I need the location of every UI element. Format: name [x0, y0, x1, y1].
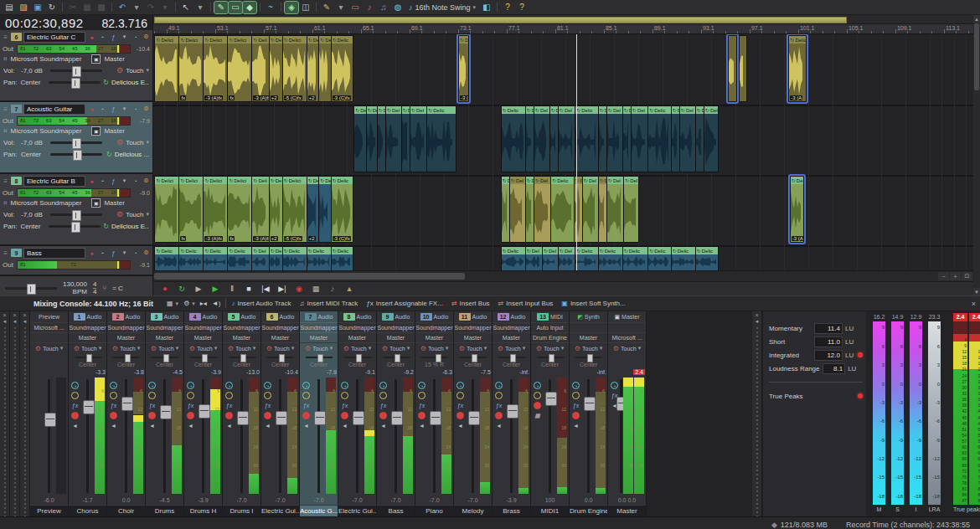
audio-clip[interactable]: ↻Delic [550, 176, 575, 243]
fader-knob[interactable] [121, 397, 133, 411]
audio-clip[interactable]: ↻De+2 [307, 35, 320, 102]
fader-knob[interactable] [199, 404, 210, 419]
audio-clip[interactable]: ↻Del [542, 246, 559, 270]
automation-caret-icon[interactable]: ▾ [146, 211, 149, 218]
envelope-tool-button[interactable]: ~ [264, 2, 277, 13]
strip-automation-row[interactable]: ⚙Touch▾ [69, 342, 106, 353]
strip-name[interactable]: Melody [454, 505, 492, 516]
open-file-button[interactable]: ▨ [17, 2, 30, 13]
channel-strip-choir[interactable]: 2AudioSoundmapperMaster⚙Touch▾Center◑ƒx◄… [107, 311, 146, 516]
selection-tool-button[interactable]: ▭ [229, 2, 242, 13]
browse-tool-button[interactable]: ◍ [391, 2, 405, 13]
track-mute-button[interactable]: ◓ [98, 33, 107, 42]
pan-knob[interactable] [395, 354, 400, 362]
strip-automation-row[interactable]: ⚙Touch▾ [146, 342, 183, 353]
phase-icon[interactable]: ◑ [534, 382, 541, 389]
stop-button[interactable]: ■ [241, 284, 256, 295]
mixer-settings-button[interactable]: ⚙▾ [183, 300, 195, 307]
mute-icon[interactable]: ◄ [379, 422, 387, 429]
pan-knob[interactable] [436, 354, 441, 362]
strip-name[interactable]: Electric Gui... [338, 505, 376, 516]
play-from-start-button[interactable]: ▶ [191, 284, 206, 295]
solo-icon[interactable] [225, 392, 233, 399]
pan-slider[interactable] [50, 153, 102, 156]
audio-clip[interactable]: ↻Delic [622, 246, 648, 270]
mixer-view-button[interactable]: ▦▾ [167, 300, 178, 307]
strip-name[interactable]: Electric Gui... [261, 505, 299, 516]
fx-icon[interactable]: ƒx [264, 402, 271, 409]
phase-icon[interactable]: ◑ [379, 382, 387, 389]
strip-pan-slider[interactable] [531, 353, 569, 361]
pan-slider[interactable] [49, 225, 101, 228]
loop-region[interactable] [154, 17, 847, 23]
audio-clip[interactable]: ↻Del [534, 176, 551, 243]
mute-icon[interactable]: ◄ [187, 422, 194, 429]
audio-clip[interactable]: ↻Del [385, 105, 402, 172]
pan-knob[interactable] [472, 354, 477, 362]
track-fx-button[interactable]: ƒ [109, 105, 118, 114]
v-scroll-thumb[interactable] [974, 23, 979, 90]
channel-strip-acoustic-g-[interactable]: 7AudioSoundmapperMaster⚙Touch▾Center◑ƒx◄… [300, 311, 338, 516]
play-button[interactable]: ▶ [208, 284, 223, 295]
loop-playback-button[interactable]: ↻ [174, 284, 189, 295]
arm-icon[interactable] [148, 412, 156, 419]
audio-clip[interactable]: ↻Del [704, 105, 719, 172]
pan-knob[interactable] [587, 354, 593, 362]
pan-knob[interactable] [279, 354, 285, 362]
arm-icon[interactable] [71, 412, 79, 419]
zoom-tool-corner-button[interactable]: ⊡ [962, 272, 972, 280]
audio-clip[interactable]: ↻Del [525, 246, 543, 270]
true-peak-clip-value[interactable]: 2.4 [953, 313, 967, 321]
fx-icon[interactable]: ƒx [225, 402, 233, 409]
solo-icon[interactable] [110, 392, 117, 399]
solo-icon[interactable] [148, 392, 156, 399]
phase-icon[interactable]: ◑ [148, 382, 156, 389]
strip-name[interactable]: Brass [493, 505, 530, 516]
track-lane-2[interactable]: ↻De↻De↻D↻Del↻D↻Del↻Delic↻Delic↻D↻Del↻D↻D… [153, 105, 973, 177]
pan-knob[interactable] [202, 354, 208, 362]
context-help-button[interactable]: ? [515, 2, 529, 13]
zoom-in-button[interactable]: + [950, 272, 961, 280]
insert-bus-button[interactable]: ⇄Insert Bus [451, 300, 490, 307]
solo-icon[interactable] [495, 392, 503, 399]
volume-value[interactable]: -7,0 dB [21, 139, 48, 146]
audio-clip[interactable]: ↻Delic [227, 246, 252, 270]
fader-track[interactable] [510, 379, 513, 493]
map-icon[interactable]: ▦ [534, 412, 541, 419]
audio-clip[interactable]: ↻Del [679, 105, 696, 172]
track-grip[interactable]: ≡ [2, 105, 9, 113]
strip-name[interactable]: Piano [415, 505, 453, 516]
fader-knob[interactable] [507, 404, 518, 419]
strip-automation-row[interactable]: ⚙Touch▾ [223, 342, 260, 353]
audio-clip[interactable]: ↻Del [410, 105, 427, 172]
strip-pan-slider[interactable] [570, 353, 607, 361]
mute-icon[interactable]: ◄ [264, 422, 271, 429]
fader-track[interactable] [48, 379, 50, 493]
paint-tool-button[interactable]: ◆ [243, 2, 256, 13]
fader-knob[interactable] [237, 411, 249, 425]
audio-clip[interactable]: ↻De [269, 246, 283, 270]
track-name-field[interactable]: Bass [23, 248, 85, 259]
phase-icon[interactable]: ◑ [187, 382, 194, 389]
strip-pan-slider[interactable] [415, 353, 453, 361]
track-freeze-button[interactable]: ◔ [131, 177, 140, 186]
fx-icon[interactable]: ƒx [148, 402, 156, 409]
strip-automation-row[interactable]: ⚙Touch▾ [454, 342, 492, 353]
phase-icon[interactable]: ◑ [71, 382, 79, 389]
track-lane-1[interactable]: ↻Delici↻Delicifx↻Delici-3 (A)fx↻Delicifx… [153, 34, 973, 106]
undo-caret-button[interactable]: ▾ [130, 2, 143, 13]
mute-icon[interactable]: ◄ [71, 422, 79, 429]
channel-strip-preview[interactable]: PreviewMicrosoft ... ⚙Touch▾ -6.0Preview [30, 311, 69, 516]
volume-slider-knob[interactable] [72, 66, 81, 77]
fx-icon[interactable]: ƒx [71, 402, 79, 409]
dock-close-icon[interactable]: × [23, 312, 26, 318]
arm-icon[interactable] [341, 412, 348, 419]
pre-roll-button[interactable]: ♪ [325, 284, 340, 295]
save-button[interactable]: ▣ [31, 2, 44, 13]
audio-clip[interactable]: ↻De [366, 105, 378, 172]
channel-strip-electric-gui-[interactable]: 8AudioSoundmapperMaster⚙Touch▾Center◑ƒx◄… [338, 311, 377, 516]
fx-icon[interactable]: ƒx [110, 402, 117, 409]
arm-icon[interactable] [418, 412, 426, 419]
arm-icon[interactable] [572, 412, 580, 419]
paste-button[interactable]: ▩ [95, 2, 108, 13]
